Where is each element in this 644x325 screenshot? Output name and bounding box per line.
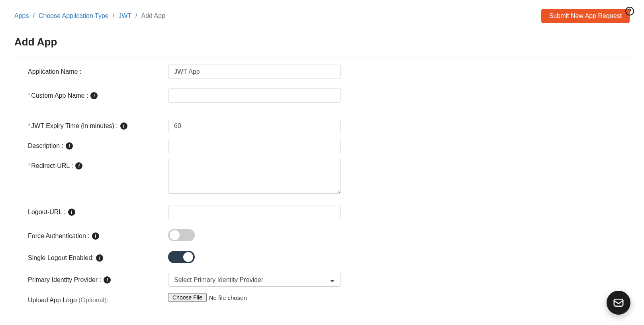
divider [14, 57, 630, 57]
info-icon[interactable]: i [68, 209, 75, 216]
force-authentication-toggle[interactable] [168, 229, 195, 241]
info-icon[interactable]: i [66, 142, 73, 150]
label-description: Description : i [28, 139, 168, 150]
label-custom-app-name: *Custom App Name : i [28, 89, 168, 99]
submit-new-app-request-button[interactable]: Submit New App Request [541, 9, 630, 23]
label-redirect-url: *Redirect-URL : i [28, 159, 168, 169]
breadcrumb-link-jwt[interactable]: JWT [118, 12, 131, 20]
breadcrumb-sep: / [113, 12, 114, 20]
breadcrumb-link-choose-type[interactable]: Choose Application Type [39, 12, 109, 20]
page-title: Add App [14, 36, 630, 48]
primary-identity-provider-select[interactable]: Select Primary Identity Provider [168, 273, 341, 287]
redirect-url-textarea[interactable] [168, 159, 341, 194]
logout-url-input[interactable] [168, 205, 341, 219]
svg-rect-2 [614, 299, 623, 306]
choose-file-button[interactable]: Choose File [168, 293, 207, 302]
info-icon[interactable]: i [75, 162, 82, 169]
info-icon[interactable]: i [92, 232, 99, 240]
label-primary-identity-provider: Primary Identity Provider : i [28, 273, 168, 284]
file-chosen-status: No file chosen [209, 294, 247, 301]
label-jwt-expiry: *JWT Expiry Time (in minutes) : i [28, 119, 168, 130]
chat-fab-button[interactable] [607, 291, 630, 315]
breadcrumb-link-apps[interactable]: Apps [14, 12, 29, 20]
label-force-authentication: Force Authentication : i [28, 229, 168, 240]
info-icon[interactable]: i [104, 276, 111, 284]
help-icon[interactable] [625, 6, 634, 16]
info-icon[interactable]: i [90, 92, 98, 99]
jwt-expiry-input[interactable] [168, 119, 341, 133]
label-application-name: Application Name : [28, 65, 168, 75]
breadcrumb-sep: / [33, 12, 34, 20]
description-input[interactable] [168, 139, 341, 153]
svg-point-1 [629, 13, 630, 13]
single-logout-toggle[interactable] [168, 251, 195, 263]
label-upload-app-logo: Upload App Logo (Optional): [28, 293, 168, 304]
label-single-logout-enabled: Single Logout Enabled: i [28, 251, 168, 262]
label-logout-url: Logout-URL : i [28, 205, 168, 216]
breadcrumb-sep: / [135, 12, 137, 20]
breadcrumb: Apps / Choose Application Type / JWT / A… [14, 12, 165, 20]
info-icon[interactable]: i [120, 122, 127, 130]
application-name-input [168, 65, 341, 79]
breadcrumb-current: Add App [141, 12, 166, 20]
custom-app-name-input[interactable] [168, 89, 341, 103]
info-icon[interactable]: i [96, 254, 103, 262]
